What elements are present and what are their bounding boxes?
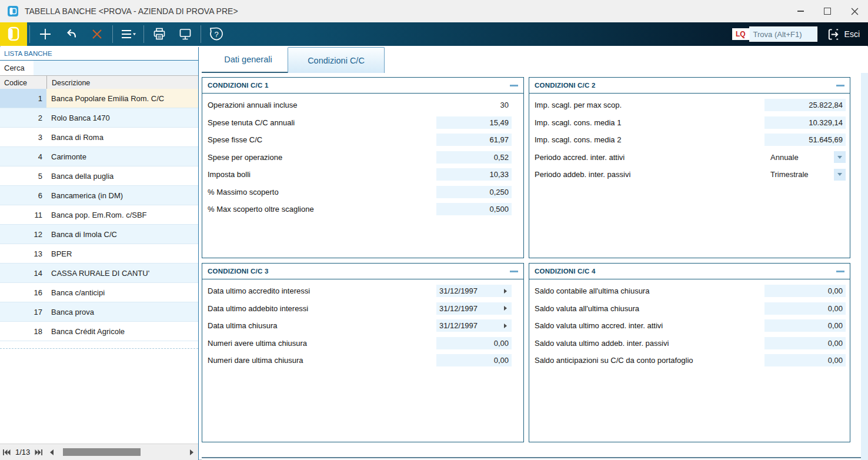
- field-input[interactable]: 30: [436, 99, 512, 111]
- dropdown-button[interactable]: [834, 151, 846, 163]
- exit-button[interactable]: Esci: [827, 28, 860, 41]
- menu-button[interactable]: [115, 22, 141, 46]
- field-row: Data ultima chiusura 31/12/1997: [202, 317, 523, 335]
- bank-list-item[interactable]: 13 BPER: [0, 244, 198, 264]
- list-pager: 1/13: [0, 444, 198, 460]
- field-row: Spese per operazione 0,52: [202, 149, 523, 166]
- scrollbar-thumb[interactable]: [63, 448, 140, 456]
- undo-button[interactable]: [58, 22, 84, 46]
- bank-list-item[interactable]: 5 Banca della puglia: [0, 166, 198, 186]
- column-header-description[interactable]: Descrizione: [47, 76, 198, 89]
- collapse-icon[interactable]: [510, 271, 518, 272]
- logo-icon: [6, 26, 21, 42]
- lq-badge: LQ: [732, 28, 749, 40]
- print-button[interactable]: [146, 22, 172, 46]
- field-input[interactable]: 0,52: [436, 151, 512, 164]
- field-input[interactable]: 51.645,69: [764, 134, 846, 146]
- field-input[interactable]: 0,00: [436, 354, 512, 366]
- bank-list-item[interactable]: 2 Rolo Banca 1470: [0, 108, 198, 128]
- maximize-button[interactable]: [814, 0, 841, 22]
- exit-icon: [827, 28, 840, 41]
- help-button[interactable]: ?: [203, 22, 229, 46]
- field-row: Periodo accred. inter. attivi Annuale: [529, 149, 850, 166]
- column-header-code[interactable]: Codice: [0, 76, 47, 89]
- dropdown-button[interactable]: [834, 169, 846, 181]
- field-input[interactable]: 15,49: [436, 116, 512, 129]
- collapse-icon[interactable]: [836, 271, 844, 272]
- bank-list-item[interactable]: 14 CASSA RURALE DI CANTU': [0, 264, 198, 283]
- new-entry-row[interactable]: [0, 341, 198, 349]
- field-input[interactable]: 31/12/1997: [436, 285, 512, 297]
- find-field[interactable]: Trova (Alt+F1): [749, 26, 817, 42]
- close-button[interactable]: [841, 0, 868, 22]
- bank-description: Banca di Roma: [46, 128, 198, 146]
- field-label: Numeri dare ultima chiusura: [208, 356, 303, 365]
- field-input[interactable]: 0,00: [764, 337, 846, 349]
- field-input[interactable]: 0,00: [764, 354, 846, 366]
- bank-list-item[interactable]: 11 Banca pop. Em.Rom. c/SBF: [0, 205, 198, 225]
- search-input[interactable]: [34, 61, 198, 75]
- monitor-icon: [178, 27, 192, 41]
- right-arrow-icon: [190, 449, 193, 455]
- field-input[interactable]: 0,250: [436, 186, 512, 198]
- first-record-button[interactable]: [0, 444, 13, 460]
- field-input[interactable]: 10,33: [436, 168, 512, 181]
- field-label: Saldo anticipazioni su C/C da conto port…: [535, 356, 693, 365]
- field-input[interactable]: Trimestrale: [767, 168, 846, 181]
- field-input[interactable]: 0,00: [764, 319, 846, 332]
- field-input[interactable]: Annuale: [767, 151, 846, 164]
- field-value: Trimestrale: [770, 170, 809, 179]
- logo-button[interactable]: [0, 22, 27, 46]
- scroll-right-button[interactable]: [185, 444, 198, 460]
- field-input[interactable]: 10.329,14: [764, 116, 846, 129]
- bank-list-item[interactable]: 16 Banca c/anticipi: [0, 283, 198, 302]
- search-label: Cerca: [0, 61, 34, 75]
- scroll-left-button[interactable]: [45, 444, 58, 460]
- field-input[interactable]: 31/12/1997: [436, 319, 512, 332]
- field-input[interactable]: 25.822,84: [764, 99, 846, 111]
- hamburger-menu-icon: [120, 28, 136, 41]
- field-input[interactable]: 0,00: [436, 337, 512, 349]
- date-expand-icon[interactable]: [504, 289, 507, 294]
- bank-list-item[interactable]: 1 Banca Popolare Emilia Rom. C/C: [0, 89, 198, 108]
- bank-description: Carimonte: [46, 147, 198, 166]
- bank-list-item[interactable]: 4 Carimonte: [0, 147, 198, 166]
- new-record-button[interactable]: [32, 22, 58, 46]
- field-row: Saldo anticipazioni su C/C da conto port…: [529, 352, 850, 369]
- bank-list-item[interactable]: 3 Banca di Roma: [0, 128, 198, 147]
- field-value: 0,00: [828, 304, 843, 313]
- field-label: Saldo valuta ultimo accred. inter. attiv…: [535, 321, 663, 330]
- bank-description: Banca pop. Em.Rom. c/SBF: [46, 205, 198, 224]
- collapse-icon[interactable]: [510, 85, 518, 86]
- collapse-icon[interactable]: [836, 85, 844, 86]
- field-input[interactable]: 31/12/1997: [436, 302, 512, 315]
- field-input[interactable]: 0,00: [764, 302, 846, 315]
- monitor-button[interactable]: [172, 22, 198, 46]
- first-record-icon: [2, 449, 11, 456]
- tab-condizioni-cc[interactable]: Condizioni C/C: [288, 47, 385, 73]
- date-expand-icon[interactable]: [504, 306, 507, 311]
- bank-list-item[interactable]: 12 Banca di Imola C/C: [0, 225, 198, 244]
- field-input[interactable]: 0,500: [436, 203, 512, 215]
- field-value: 10.329,14: [809, 118, 843, 127]
- delete-button[interactable]: [84, 22, 110, 46]
- bottom-divider: [202, 457, 861, 458]
- bank-list-item[interactable]: 17 Banca prova: [0, 302, 198, 322]
- field-value: 61,97: [489, 135, 509, 144]
- field-input[interactable]: 61,97: [436, 134, 512, 146]
- field-value: 15,49: [489, 118, 509, 127]
- bank-description: Banca Crédit Agricole: [46, 322, 198, 341]
- bank-list: 1 Banca Popolare Emilia Rom. C/C 2 Rolo …: [0, 89, 198, 444]
- bank-description: Bancamerica (in DM): [46, 186, 198, 205]
- vertical-scrollbar[interactable]: [861, 73, 868, 460]
- tab-dati-generali[interactable]: Dati generali: [209, 47, 288, 73]
- horizontal-scrollbar[interactable]: [59, 444, 184, 460]
- field-input[interactable]: 0,00: [764, 285, 846, 297]
- minimize-button[interactable]: [787, 0, 814, 22]
- printer-icon: [152, 27, 166, 41]
- date-expand-icon[interactable]: [504, 324, 507, 328]
- last-record-button[interactable]: [32, 444, 45, 460]
- bank-list-item[interactable]: 6 Bancamerica (in DM): [0, 186, 198, 205]
- minimize-icon: [797, 11, 804, 12]
- bank-list-item[interactable]: 18 Banca Crédit Agricole: [0, 322, 198, 341]
